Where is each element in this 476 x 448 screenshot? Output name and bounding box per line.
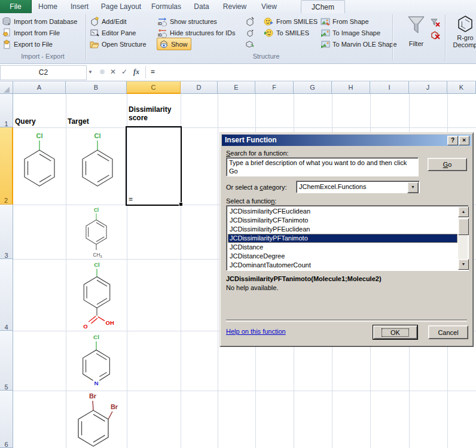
structure-tool-convert-button[interactable] bbox=[245, 38, 255, 50]
to-smiles-button[interactable]: To SMILES bbox=[264, 27, 309, 38]
column-header-F[interactable]: F bbox=[255, 81, 294, 94]
hexagon-refresh-icon bbox=[245, 39, 255, 49]
tab-file[interactable]: File bbox=[0, 0, 32, 13]
row-header-1[interactable]: 1 bbox=[0, 94, 13, 127]
function-help-text: No help available. bbox=[226, 284, 278, 291]
cancel-button[interactable]: Cancel bbox=[428, 325, 468, 339]
category-dropdown-button[interactable]: ▼ bbox=[407, 182, 419, 193]
molecule-chlorobenzoic-acid-b4: Cl O OH bbox=[77, 260, 117, 330]
group-separator bbox=[86, 14, 87, 61]
function-item[interactable]: JCDistance bbox=[228, 243, 457, 252]
ok-button[interactable]: OK bbox=[373, 325, 417, 339]
group-separator bbox=[392, 14, 393, 61]
category-value: JChemExcel.Functions bbox=[299, 183, 367, 190]
from-shape-button[interactable]: From Shape bbox=[321, 16, 369, 27]
function-item-selected[interactable]: JCDissimilarityPFTanimoto bbox=[228, 234, 457, 243]
filter-button[interactable]: Filter bbox=[399, 15, 433, 47]
column-header-K[interactable]: K bbox=[447, 81, 476, 94]
cell-a1[interactable]: Query bbox=[15, 117, 36, 126]
editor-pane-button[interactable]: Editor Pane bbox=[90, 27, 136, 38]
scroll-up-icon[interactable]: ▲ bbox=[458, 206, 469, 217]
select-all-corner[interactable] bbox=[0, 81, 13, 94]
tab-review[interactable]: Review bbox=[218, 0, 251, 13]
column-header-H[interactable]: H bbox=[332, 81, 370, 94]
import-from-file-button[interactable]: Import from File bbox=[2, 27, 60, 38]
category-label: Or select a category: bbox=[226, 184, 287, 191]
function-item[interactable]: JCDominantTautomerCount bbox=[228, 261, 457, 269]
export-to-file-button[interactable]: Export to File bbox=[2, 38, 53, 50]
cancel-entry-button[interactable]: ✕ bbox=[108, 66, 118, 78]
tab-page-layout[interactable]: Page Layout bbox=[96, 0, 147, 13]
ids-hide-icon: ID bbox=[157, 28, 167, 38]
dialog-help-button[interactable]: ? bbox=[447, 136, 458, 145]
enter-entry-button[interactable]: ✓ bbox=[119, 66, 130, 78]
to-image-shape-button[interactable]: To Image Shape bbox=[321, 27, 380, 38]
show-toggle-button[interactable]: Show bbox=[157, 38, 191, 50]
function-item[interactable]: JCDissimilarityCFTanimoto bbox=[228, 216, 457, 225]
molecule-dibromobenzene-b6: Br Br bbox=[75, 391, 120, 448]
tab-insert[interactable]: Insert bbox=[65, 0, 94, 13]
function-item[interactable]: JCDistanceDegree bbox=[228, 252, 457, 261]
file-import-icon bbox=[2, 28, 11, 38]
column-header-J[interactable]: J bbox=[409, 81, 447, 94]
go-button[interactable]: Go bbox=[428, 158, 467, 171]
name-box[interactable]: C2 bbox=[0, 65, 87, 80]
svg-text:OH: OH bbox=[106, 319, 114, 326]
active-cell-c2[interactable]: = bbox=[126, 126, 182, 206]
column-header-I[interactable]: I bbox=[370, 81, 409, 94]
name-box-dropdown[interactable]: ▼ bbox=[86, 66, 95, 78]
cell-b1[interactable]: Target bbox=[68, 117, 89, 126]
funnel-icon bbox=[407, 15, 425, 40]
row-header-4[interactable]: 4 bbox=[0, 259, 13, 331]
add-edit-button[interactable]: Add/Edit bbox=[90, 16, 127, 27]
row-header-3[interactable]: 3 bbox=[0, 205, 13, 259]
insert-function-button[interactable]: fx bbox=[131, 66, 142, 78]
listbox-scrollbar[interactable]: ▲ ▼ bbox=[458, 206, 468, 270]
function-item[interactable]: JCDissimilarityPFEuclidean bbox=[228, 225, 457, 234]
open-structure-button[interactable]: Open Structure bbox=[90, 38, 147, 50]
column-header-G[interactable]: G bbox=[294, 81, 332, 94]
search-label: Search for a function: bbox=[226, 150, 289, 157]
scrollbar-thumb[interactable] bbox=[458, 218, 469, 235]
row-header-2[interactable]: 2 bbox=[0, 127, 13, 205]
molecule-chloropyridine-b5: Cl N bbox=[76, 333, 117, 389]
clear-filter-button[interactable] bbox=[431, 17, 441, 28]
column-header-C[interactable]: C bbox=[127, 81, 181, 94]
formula-input[interactable]: = bbox=[151, 68, 155, 76]
column-header-A[interactable]: A bbox=[13, 81, 66, 94]
svg-text:CH3: CH3 bbox=[93, 252, 103, 258]
row-header-6[interactable]: 6 bbox=[0, 391, 13, 448]
cell-c1[interactable]: Dissimilarity score bbox=[129, 105, 171, 122]
remove-structure-filter-button[interactable] bbox=[431, 29, 441, 41]
column-header-E[interactable]: E bbox=[218, 81, 255, 94]
import-from-database-button[interactable]: Import from Database bbox=[2, 16, 77, 27]
svg-text:ID: ID bbox=[158, 22, 162, 26]
fill-handle[interactable] bbox=[179, 202, 183, 206]
structure-tool-options-button[interactable] bbox=[246, 27, 255, 38]
r-group-decomposition-button[interactable]: R-gro Decomp bbox=[447, 15, 476, 48]
scroll-down-icon[interactable]: ▼ bbox=[458, 259, 469, 270]
column-header-D[interactable]: D bbox=[181, 81, 218, 94]
tab-data[interactable]: Data bbox=[186, 0, 217, 13]
category-combobox[interactable]: JChemExcel.Functions ▼ bbox=[296, 181, 420, 193]
molecule-chlorotoluene-b3: Cl CH3 bbox=[80, 205, 112, 259]
tab-formulas[interactable]: Formulas bbox=[148, 0, 185, 13]
hide-structures-for-ids-button[interactable]: ID Hide structures for IDs bbox=[157, 27, 235, 38]
to-marvin-ole-shape-button[interactable]: To Marvin OLE Shape bbox=[321, 38, 397, 50]
from-smiles-button[interactable]: From SMILES bbox=[264, 16, 318, 27]
structure-tool-edit-button[interactable] bbox=[245, 16, 255, 27]
dialog-close-button[interactable]: ✕ bbox=[459, 136, 469, 145]
function-item[interactable]: JCDissimilarityCFEuclidean bbox=[228, 207, 457, 216]
excel-window: File Home Insert Page Layout Formulas Da… bbox=[0, 0, 476, 448]
dialog-title-bar[interactable]: Insert Function bbox=[222, 135, 471, 146]
tab-home[interactable]: Home bbox=[32, 0, 63, 13]
tab-jchem[interactable]: JChem bbox=[301, 0, 345, 14]
search-input[interactable]: Type a brief description of what you wan… bbox=[226, 157, 419, 176]
function-listbox[interactable]: JCDissimilarityCFEuclidean JCDissimilari… bbox=[226, 205, 469, 271]
show-structures-button[interactable]: ID Show structures bbox=[157, 16, 217, 27]
help-on-function-link[interactable]: Help on this function bbox=[226, 328, 286, 335]
tab-view[interactable]: View bbox=[252, 0, 286, 13]
open-folder-icon bbox=[90, 39, 99, 49]
column-header-B[interactable]: B bbox=[66, 81, 127, 94]
row-header-5[interactable]: 5 bbox=[0, 331, 13, 391]
